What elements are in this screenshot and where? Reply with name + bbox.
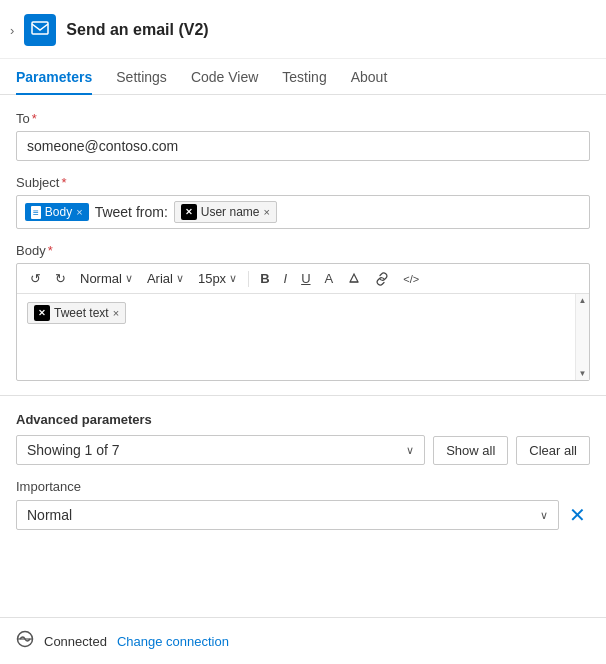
sep1 [248, 271, 249, 287]
importance-chevron-icon: ∨ [540, 509, 548, 522]
font-dropdown[interactable]: Arial ∨ [142, 268, 189, 289]
app-icon [24, 14, 56, 46]
font-chevron: ∨ [176, 272, 184, 285]
subject-required: * [61, 175, 66, 190]
link-button[interactable] [370, 269, 394, 289]
token-icon: ≡ [31, 206, 41, 219]
username-token[interactable]: ✕ User name × [174, 201, 277, 223]
highlight-button[interactable] [342, 269, 366, 289]
x-logo-body-icon: ✕ [34, 305, 50, 321]
subject-field-group: Subject* ≡ Body × Tweet from: ✕ User nam… [16, 175, 590, 229]
to-field-group: To* [16, 111, 590, 161]
size-dropdown[interactable]: 15px ∨ [193, 268, 242, 289]
header: › Send an email (V2) [0, 0, 606, 59]
tab-bar: Parameters Settings Code View Testing Ab… [0, 59, 606, 95]
tweet-from-text: Tweet from: [95, 204, 168, 220]
body-token-close[interactable]: × [76, 206, 82, 218]
advanced-label: Advanced parameters [16, 412, 590, 427]
page-title: Send an email (V2) [66, 21, 208, 39]
advanced-section: Advanced parameters Showing 1 of 7 ∨ Sho… [0, 400, 606, 554]
body-label: Body* [16, 243, 590, 258]
tab-about[interactable]: About [351, 59, 388, 95]
bold-button[interactable]: B [255, 268, 274, 289]
showing-row: Showing 1 of 7 ∨ Show all Clear all [16, 435, 590, 465]
subject-field[interactable]: ≡ Body × Tweet from: ✕ User name × [16, 195, 590, 229]
editor-body-area[interactable]: ✕ Tweet text × ▲ ▼ [17, 294, 589, 380]
format-dropdown[interactable]: Normal ∨ [75, 268, 138, 289]
code-button[interactable]: </> [398, 270, 424, 288]
tab-testing[interactable]: Testing [282, 59, 326, 95]
body-required: * [48, 243, 53, 258]
editor-content: ✕ Tweet text × [27, 302, 565, 372]
body-field-group: Body* ↺ ↻ Normal ∨ Arial ∨ 15px ∨ B [16, 243, 590, 381]
editor-toolbar: ↺ ↻ Normal ∨ Arial ∨ 15px ∨ B I U A [17, 264, 589, 294]
content-divider [0, 395, 606, 396]
size-chevron: ∨ [229, 272, 237, 285]
tab-settings[interactable]: Settings [116, 59, 167, 95]
scroll-up-icon[interactable]: ▲ [577, 294, 589, 307]
username-token-close[interactable]: × [263, 206, 269, 218]
body-token[interactable]: ≡ Body × [25, 203, 89, 221]
x-logo-icon: ✕ [181, 204, 197, 220]
show-all-button[interactable]: Show all [433, 436, 508, 465]
to-input[interactable] [16, 131, 590, 161]
parameters-content: To* Subject* ≡ Body × Tweet from: ✕ User… [0, 95, 606, 381]
underline-button[interactable]: U [296, 268, 315, 289]
change-connection-link[interactable]: Change connection [117, 634, 229, 649]
showing-chevron-icon: ∨ [406, 444, 414, 457]
importance-field: Normal ∨ ✕ [16, 500, 590, 530]
connected-text: Connected [44, 634, 107, 649]
font-color-button[interactable]: A [320, 268, 339, 289]
tweet-text-label: Tweet text [54, 306, 109, 320]
undo-button[interactable]: ↺ [25, 268, 46, 289]
importance-label: Importance [16, 479, 590, 494]
connected-icon [16, 630, 34, 652]
to-required: * [32, 111, 37, 126]
importance-field-group: Importance Normal ∨ ✕ [16, 479, 590, 530]
username-token-label: User name [201, 205, 260, 219]
showing-value: Showing 1 of 7 [27, 442, 120, 458]
tab-code-view[interactable]: Code View [191, 59, 258, 95]
importance-clear-button[interactable]: ✕ [565, 501, 590, 529]
body-editor: ↺ ↻ Normal ∨ Arial ∨ 15px ∨ B I U A [16, 263, 590, 381]
to-label: To* [16, 111, 590, 126]
size-label: 15px [198, 271, 226, 286]
tab-parameters[interactable]: Parameters [16, 59, 92, 95]
italic-button[interactable]: I [279, 268, 293, 289]
subject-label: Subject* [16, 175, 590, 190]
tweet-text-close[interactable]: × [113, 307, 119, 319]
importance-value: Normal [27, 507, 72, 523]
importance-dropdown[interactable]: Normal ∨ [16, 500, 559, 530]
tweet-text-token[interactable]: ✕ Tweet text × [27, 302, 126, 324]
footer: Connected Change connection [0, 617, 606, 664]
svg-rect-0 [32, 22, 48, 34]
clear-all-button[interactable]: Clear all [516, 436, 590, 465]
scrollbar[interactable]: ▲ ▼ [575, 294, 589, 380]
format-label: Normal [80, 271, 122, 286]
showing-dropdown[interactable]: Showing 1 of 7 ∨ [16, 435, 425, 465]
redo-button[interactable]: ↻ [50, 268, 71, 289]
format-chevron: ∨ [125, 272, 133, 285]
body-token-label: Body [45, 205, 72, 219]
chevron-right-icon[interactable]: › [10, 23, 14, 38]
font-label: Arial [147, 271, 173, 286]
scroll-down-icon[interactable]: ▼ [577, 367, 589, 380]
